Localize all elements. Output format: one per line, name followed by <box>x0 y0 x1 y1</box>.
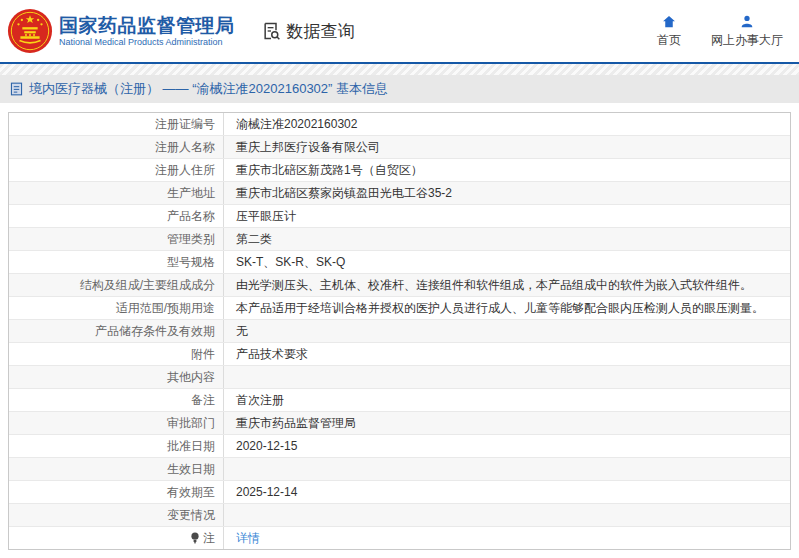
table-row: 附件产品技术要求 <box>9 343 790 366</box>
row-label: 注册证编号 <box>9 113 224 135</box>
row-label: 型号规格 <box>9 251 224 273</box>
row-label: 注册人名称 <box>9 136 224 158</box>
row-label: 管理类别 <box>9 228 224 250</box>
row-label-text: 其他内容 <box>167 369 215 385</box>
row-label: 生产地址 <box>9 182 224 204</box>
table-row: 注册人名称重庆上邦医疗设备有限公司 <box>9 136 790 159</box>
table-row: 有效期至2025-12-14 <box>9 481 790 504</box>
registration-info-table: 注册证编号渝械注准20202160302注册人名称重庆上邦医疗设备有限公司注册人… <box>8 112 791 550</box>
row-label: 备注 <box>9 389 224 411</box>
row-label-text: 产品名称 <box>167 208 215 224</box>
row-value: 重庆市北碚区蔡家岗镇盈田光电工谷35-2 <box>224 182 790 204</box>
row-label-text: 型号规格 <box>167 254 215 270</box>
row-label-text: 适用范围/预期用途 <box>116 300 215 316</box>
row-value: 第二类 <box>224 228 790 250</box>
row-value-text: 渝械注准20202160302 <box>236 116 357 132</box>
row-value: 渝械注准20202160302 <box>224 113 790 135</box>
table-row: 审批部门重庆市药品监督管理局 <box>9 412 790 435</box>
row-label: 有效期至 <box>9 481 224 503</box>
breadcrumb: 境内医疗器械（注册） —— “渝械注准20202160302” 基本信息 <box>0 75 799 103</box>
row-label-text: 生产地址 <box>167 185 215 201</box>
row-label: 其他内容 <box>9 366 224 388</box>
row-value: 详情 <box>224 527 790 549</box>
note-icon <box>190 532 200 544</box>
row-label: 附件 <box>9 343 224 365</box>
row-value: 2020-12-15 <box>224 435 790 457</box>
row-value: 由光学测压头、主机体、校准杆、连接组件和软件组成，本产品组成中的软件为嵌入式软件… <box>224 274 790 296</box>
row-label: 变更情况 <box>9 504 224 526</box>
row-value: 首次注册 <box>224 389 790 411</box>
row-value-text: 本产品适用于经培训合格并授权的医护人员进行成人、儿童等能够配合眼内压检测人员的眼… <box>236 300 764 316</box>
row-label-text: 注 <box>203 530 215 546</box>
row-label-text: 审批部门 <box>167 415 215 431</box>
row-label-text: 产品储存条件及有效期 <box>95 323 215 339</box>
row-label-text: 批准日期 <box>167 438 215 454</box>
row-value: 重庆市药品监督管理局 <box>224 412 790 434</box>
row-label-text: 注册人住所 <box>155 162 215 178</box>
row-label-text: 生效日期 <box>167 461 215 477</box>
table-row: 批准日期2020-12-15 <box>9 435 790 458</box>
row-label-text: 有效期至 <box>167 484 215 500</box>
home-icon <box>661 14 677 29</box>
row-label: 审批部门 <box>9 412 224 434</box>
table-row: 注册证编号渝械注准20202160302 <box>9 113 790 136</box>
site-subtitle: National Medical Products Administration <box>59 37 235 48</box>
site-title: 国家药品监督管理局 <box>59 15 235 37</box>
data-query-nav[interactable]: 数据查询 <box>261 20 355 43</box>
row-value-text: 重庆市北碚区蔡家岗镇盈田光电工谷35-2 <box>236 185 452 201</box>
row-value: SK-T、SK-R、SK-Q <box>224 251 790 273</box>
table-row: 生产地址重庆市北碚区蔡家岗镇盈田光电工谷35-2 <box>9 182 790 205</box>
row-label: 注册人住所 <box>9 159 224 181</box>
row-value-text: 产品技术要求 <box>236 346 308 362</box>
nav-service-hall-label: 网上办事大厅 <box>711 32 783 49</box>
row-value-text: 2025-12-14 <box>236 484 297 500</box>
table-row: 结构及组成/主要组成成分由光学测压头、主机体、校准杆、连接组件和软件组成，本产品… <box>9 274 790 297</box>
table-row: 变更情况 <box>9 504 790 527</box>
row-value: 本产品适用于经培训合格并授权的医护人员进行成人、儿童等能够配合眼内压检测人员的眼… <box>224 297 790 319</box>
row-label-text: 管理类别 <box>167 231 215 247</box>
brand: 国家药品监督管理局 National Medical Products Admi… <box>7 8 235 54</box>
row-value: 压平眼压计 <box>224 205 790 227</box>
row-value: 重庆市北碚区新茂路1号（自贸区） <box>224 159 790 181</box>
table-row: 生效日期 <box>9 458 790 481</box>
row-value <box>224 458 790 480</box>
row-value-text: 重庆市药品监督管理局 <box>236 415 356 431</box>
nav-service-hall[interactable]: 网上办事大厅 <box>711 14 783 49</box>
table-row: 其他内容 <box>9 366 790 389</box>
details-link[interactable]: 详情 <box>236 530 260 546</box>
data-query-icon <box>261 21 281 41</box>
row-label-text: 变更情况 <box>167 507 215 523</box>
row-label-text: 结构及组成/主要组成成分 <box>80 277 215 293</box>
table-row: 注册人住所重庆市北碚区新茂路1号（自贸区） <box>9 159 790 182</box>
breadcrumb-text: 境内医疗器械（注册） —— “渝械注准20202160302” 基本信息 <box>29 80 388 98</box>
row-value-text: 第二类 <box>236 231 272 247</box>
site-header: 国家药品监督管理局 National Medical Products Admi… <box>0 0 799 64</box>
row-value: 无 <box>224 320 790 342</box>
row-label-text: 注册人名称 <box>155 139 215 155</box>
row-label: 批准日期 <box>9 435 224 457</box>
row-value: 产品技术要求 <box>224 343 790 365</box>
row-label: 产品名称 <box>9 205 224 227</box>
row-label: 产品储存条件及有效期 <box>9 320 224 342</box>
nav-home[interactable]: 首页 <box>657 14 681 49</box>
table-row: 型号规格SK-T、SK-R、SK-Q <box>9 251 790 274</box>
nav-home-label: 首页 <box>657 32 681 49</box>
row-value-text: 重庆市北碚区新茂路1号（自贸区） <box>236 162 423 178</box>
user-icon <box>739 14 755 29</box>
national-emblem-logo <box>7 8 53 54</box>
row-label-text: 备注 <box>191 392 215 408</box>
row-label-text: 注册证编号 <box>155 116 215 132</box>
table-row: 注详情 <box>9 527 790 549</box>
row-label: 结构及组成/主要组成成分 <box>9 274 224 296</box>
row-value-text: 首次注册 <box>236 392 284 408</box>
row-value: 2025-12-14 <box>224 481 790 503</box>
row-value-text: SK-T、SK-R、SK-Q <box>236 254 345 270</box>
data-query-label: 数据查询 <box>287 20 355 43</box>
row-value-text: 无 <box>236 323 248 339</box>
row-label-text: 附件 <box>191 346 215 362</box>
row-value-text: 由光学测压头、主机体、校准杆、连接组件和软件组成，本产品组成中的软件为嵌入式软件… <box>236 277 752 293</box>
decorative-stripe-band <box>0 64 799 75</box>
row-label: 注 <box>9 527 224 549</box>
table-row: 备注首次注册 <box>9 389 790 412</box>
table-row: 产品储存条件及有效期无 <box>9 320 790 343</box>
